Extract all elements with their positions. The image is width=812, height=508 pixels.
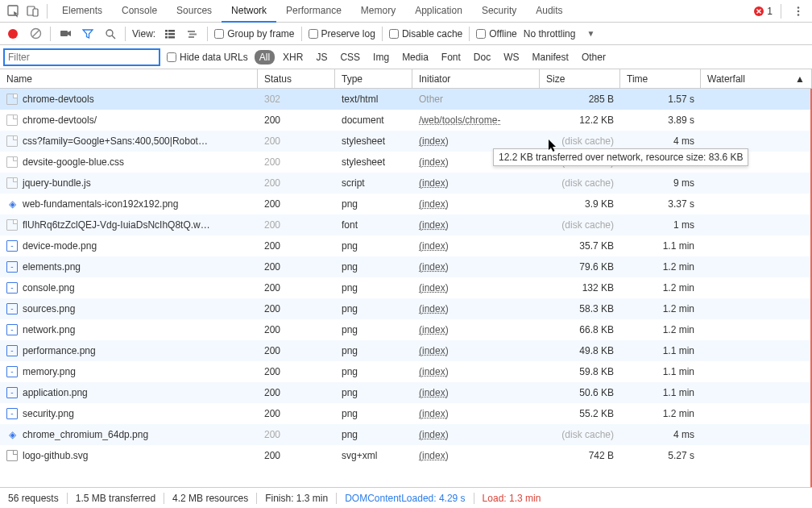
request-initiator[interactable]: (index) <box>412 261 540 273</box>
svg-point-10 <box>106 30 113 36</box>
inspect-icon[interactable] <box>5 2 23 20</box>
throttling-select[interactable]: No throttling ▼ <box>524 28 595 40</box>
request-status: 200 <box>258 198 335 210</box>
overview-icon[interactable] <box>184 26 201 42</box>
request-type: png <box>335 408 412 419</box>
disable-cache-checkbox[interactable]: Disable cache <box>389 28 462 40</box>
request-row[interactable]: chrome_chromium_64dp.png200png(index)(di… <box>0 424 812 445</box>
tab-console[interactable]: Console <box>112 0 167 23</box>
header-time[interactable]: Time <box>620 69 701 88</box>
tab-sources[interactable]: Sources <box>167 0 222 23</box>
tab-audits[interactable]: Audits <box>526 0 572 23</box>
request-row[interactable]: web-fundamentals-icon192x192.png200png(i… <box>0 194 812 214</box>
request-status: 200 <box>258 282 335 294</box>
request-initiator[interactable]: (index) <box>412 387 540 398</box>
kebab-menu-icon[interactable] <box>789 2 807 20</box>
request-initiator[interactable]: /web/tools/chrome- <box>412 115 540 126</box>
file-icon <box>6 408 18 419</box>
status-transferred: 1.5 MB transferred <box>68 493 164 504</box>
request-row[interactable]: console.png200png(index)132 KB1.2 min <box>0 277 812 298</box>
header-status[interactable]: Status <box>258 69 335 88</box>
request-name: security.png <box>23 408 74 419</box>
panel-tabs: ElementsConsoleSourcesNetworkPerformance… <box>52 0 573 23</box>
request-initiator[interactable]: (index) <box>412 240 540 252</box>
request-initiator[interactable]: (index) <box>412 219 540 231</box>
type-filter-js[interactable]: JS <box>311 50 332 65</box>
offline-checkbox[interactable]: Offline <box>476 28 516 40</box>
cursor-icon <box>548 139 559 156</box>
file-icon <box>6 240 18 252</box>
large-rows-icon[interactable] <box>162 26 178 42</box>
request-type: png <box>335 429 412 440</box>
request-initiator[interactable]: (index) <box>412 198 540 210</box>
separator <box>50 27 51 41</box>
clear-icon[interactable] <box>27 26 44 42</box>
type-filter-font[interactable]: Font <box>437 50 466 65</box>
request-initiator[interactable]: (index) <box>412 429 540 440</box>
tab-network[interactable]: Network <box>222 0 276 23</box>
hide-data-urls-checkbox[interactable]: Hide data URLs <box>167 52 248 63</box>
tab-elements[interactable]: Elements <box>52 0 112 23</box>
filter-input[interactable] <box>3 48 160 66</box>
type-filter-media[interactable]: Media <box>397 50 433 65</box>
type-filter-other[interactable]: Other <box>577 50 611 65</box>
request-row[interactable]: memory.png200png(index)59.8 KB1.1 min <box>0 361 812 382</box>
request-row[interactable]: security.png200png(index)55.2 KB1.2 min <box>0 403 812 424</box>
request-time: 5.27 s <box>620 450 701 461</box>
type-filter-manifest[interactable]: Manifest <box>528 50 574 65</box>
group-by-frame-checkbox[interactable]: Group by frame <box>214 28 294 40</box>
header-size[interactable]: Size <box>540 69 620 88</box>
request-initiator[interactable]: (index) <box>412 303 540 314</box>
request-initiator[interactable]: (index) <box>412 450 540 461</box>
request-time: 3.37 s <box>620 198 701 210</box>
type-filter-all[interactable]: All <box>255 50 275 65</box>
type-filter-doc[interactable]: Doc <box>469 50 495 65</box>
request-status: 200 <box>258 345 335 356</box>
camera-icon[interactable] <box>57 26 73 42</box>
header-type[interactable]: Type <box>335 69 412 88</box>
separator <box>207 27 208 41</box>
search-icon[interactable] <box>102 26 118 42</box>
request-initiator[interactable]: (index) <box>412 135 540 147</box>
tab-performance[interactable]: Performance <box>276 0 351 23</box>
request-status: 200 <box>258 156 335 168</box>
request-row[interactable]: logo-github.svg200svg+xml(index)742 B5.2… <box>0 445 812 466</box>
tab-memory[interactable]: Memory <box>351 0 405 23</box>
record-button[interactable] <box>5 26 21 42</box>
request-initiator[interactable]: (index) <box>412 282 540 294</box>
request-row[interactable]: network.png200png(index)66.8 KB1.2 min <box>0 319 812 340</box>
request-row[interactable]: flUhRq6tzZclQEJ-Vdg-IuiaDsNcIhQ8tQ.w…200… <box>0 214 812 235</box>
request-row[interactable]: chrome-devtools/200document/web/tools/ch… <box>0 110 812 131</box>
tab-application[interactable]: Application <box>405 0 472 23</box>
request-initiator[interactable]: (index) <box>412 345 540 356</box>
request-initiator[interactable]: (index) <box>412 177 540 189</box>
file-icon <box>6 198 18 210</box>
request-row[interactable]: device-mode.png200png(index)35.7 KB1.1 m… <box>0 235 812 256</box>
request-size: 58.3 KB <box>540 303 620 314</box>
type-filter-ws[interactable]: WS <box>499 50 524 65</box>
request-initiator[interactable]: (index) <box>412 408 540 419</box>
request-initiator[interactable]: (index) <box>412 366 540 377</box>
filter-icon[interactable] <box>80 26 96 42</box>
request-row[interactable]: sources.png200png(index)58.3 KB1.2 min <box>0 298 812 319</box>
device-toggle-icon[interactable] <box>24 2 42 20</box>
request-size: 79.6 KB <box>540 261 620 273</box>
error-badge[interactable]: 1 <box>754 6 773 17</box>
type-filter-xhr[interactable]: XHR <box>278 50 308 65</box>
type-filter-css[interactable]: CSS <box>335 50 365 65</box>
header-initiator[interactable]: Initiator <box>412 69 540 88</box>
header-waterfall[interactable]: Waterfall▲ <box>701 69 812 88</box>
request-size: 55.2 KB <box>540 408 620 419</box>
request-type: script <box>335 177 412 189</box>
request-initiator[interactable]: (index) <box>412 324 540 335</box>
request-row[interactable]: elements.png200png(index)79.6 KB1.2 min <box>0 256 812 277</box>
type-filter-img[interactable]: Img <box>368 50 394 65</box>
preserve-log-checkbox[interactable]: Preserve log <box>309 28 375 40</box>
request-row[interactable]: chrome-devtools302text/htmlOther285 B1.5… <box>0 89 812 110</box>
request-row[interactable]: application.png200png(index)50.6 KB1.1 m… <box>0 382 812 403</box>
request-row[interactable]: performance.png200png(index)49.8 KB1.1 m… <box>0 340 812 361</box>
header-name[interactable]: Name <box>0 69 258 88</box>
request-row[interactable]: jquery-bundle.js200script(index)(disk ca… <box>0 173 812 194</box>
tab-security[interactable]: Security <box>472 0 526 23</box>
file-icon <box>6 345 18 356</box>
